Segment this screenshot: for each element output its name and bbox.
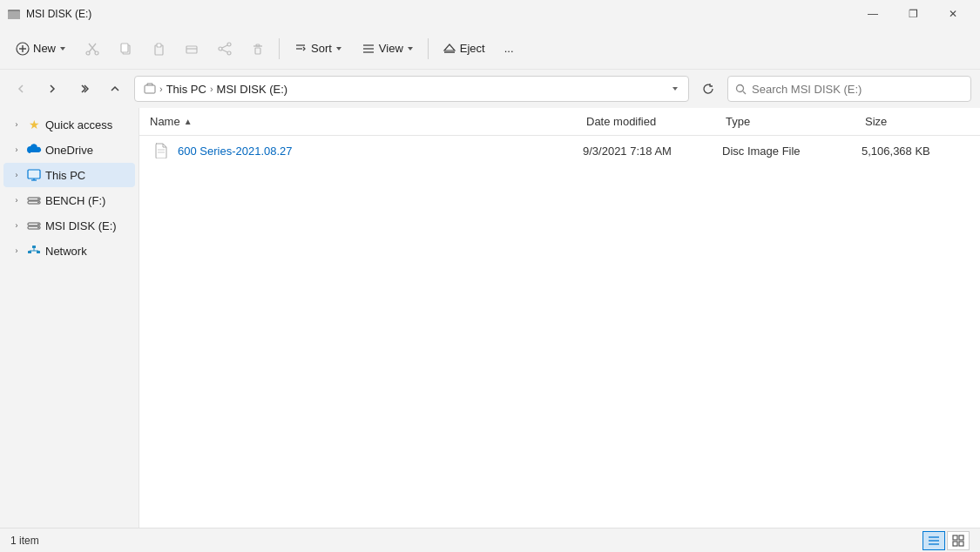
- column-date[interactable]: Date modified: [586, 115, 726, 128]
- cloud-icon: [26, 142, 42, 158]
- sidebar-item-quick-access[interactable]: › ★ Quick access: [3, 112, 135, 137]
- column-size[interactable]: Size: [865, 115, 970, 128]
- this-pc-chevron: ›: [10, 171, 23, 179]
- breadcrumb-this-pc[interactable]: This PC: [166, 83, 206, 96]
- refresh-button[interactable]: [696, 77, 720, 101]
- monitor-icon: [26, 167, 42, 183]
- list-view-icon: [928, 535, 940, 547]
- recent-locations-button[interactable]: [71, 77, 96, 101]
- onedrive-chevron: ›: [10, 145, 23, 154]
- copy-icon: [118, 42, 132, 56]
- toolbar-separator-2: [428, 38, 429, 59]
- toolbar: New: [0, 28, 980, 70]
- plus-circle-icon: [16, 42, 30, 56]
- bench-chevron: ›: [10, 196, 23, 205]
- svg-rect-33: [145, 85, 155, 93]
- drive-bench-icon: [26, 192, 42, 208]
- view-button[interactable]: View: [353, 34, 422, 64]
- eject-icon: [443, 42, 456, 56]
- up-button[interactable]: [103, 77, 127, 101]
- svg-marker-26: [336, 47, 341, 50]
- sort-button[interactable]: Sort: [285, 34, 351, 64]
- rename-button[interactable]: [176, 34, 207, 64]
- share-button[interactable]: [209, 34, 240, 64]
- breadcrumb-separator-1: ›: [159, 84, 163, 94]
- eject-button[interactable]: Eject: [434, 34, 494, 64]
- addressbar: › This PC › MSI DISK (E:): [0, 70, 980, 108]
- titlebar-controls: — ❐ ✕: [853, 0, 973, 28]
- search-input[interactable]: [752, 83, 963, 96]
- sidebar-item-onedrive[interactable]: › OneDrive: [3, 138, 135, 162]
- sidebar-item-bench[interactable]: › BENCH (F:): [3, 188, 135, 212]
- breadcrumb-bar[interactable]: › This PC › MSI DISK (E:): [134, 76, 689, 102]
- svg-point-41: [37, 199, 39, 200]
- svg-point-35: [737, 84, 744, 91]
- copy-button[interactable]: [110, 34, 141, 64]
- view-label: View: [379, 42, 403, 55]
- svg-line-20: [222, 50, 227, 52]
- svg-point-47: [37, 227, 39, 229]
- eject-label: Eject: [460, 42, 485, 55]
- view-dropdown-icon: [407, 45, 414, 52]
- rename-icon: [185, 42, 199, 56]
- recent-icon: [78, 84, 89, 94]
- file-list-header: Name ▲ Date modified Type Size: [139, 108, 980, 136]
- quick-access-chevron: ›: [10, 120, 23, 129]
- sidebar-item-msi-disk[interactable]: › MSI DISK (E:): [3, 213, 135, 238]
- breadcrumb-dropdown-icon[interactable]: [671, 84, 679, 93]
- svg-rect-14: [186, 46, 197, 53]
- svg-point-18: [219, 47, 222, 50]
- view-icon: [362, 42, 375, 56]
- cut-button[interactable]: [77, 34, 108, 64]
- svg-rect-59: [953, 535, 957, 540]
- paste-button[interactable]: [143, 34, 174, 64]
- network-icon: [26, 243, 42, 259]
- breadcrumb-current[interactable]: MSI DISK (E:): [217, 83, 288, 96]
- svg-line-36: [743, 91, 746, 94]
- sort-arrow-icon: ▲: [184, 117, 193, 126]
- column-type[interactable]: Type: [726, 115, 865, 128]
- forward-button[interactable]: [40, 77, 64, 101]
- cut-icon: [85, 42, 99, 56]
- close-button[interactable]: ✕: [933, 0, 973, 28]
- svg-rect-61: [953, 542, 957, 546]
- delete-button[interactable]: [242, 34, 274, 64]
- search-bar[interactable]: [727, 76, 971, 102]
- new-button[interactable]: New: [7, 34, 75, 64]
- delete-icon: [251, 42, 265, 56]
- svg-marker-31: [444, 44, 455, 50]
- new-dropdown-icon: [59, 45, 66, 52]
- svg-marker-5: [60, 47, 65, 50]
- forward-icon: [47, 84, 57, 94]
- more-button[interactable]: ...: [496, 34, 523, 64]
- maximize-button[interactable]: ❐: [893, 0, 933, 28]
- grid-view-button[interactable]: [947, 531, 970, 550]
- new-label: New: [33, 42, 56, 55]
- file-date: 9/3/2021 7:18 AM: [583, 145, 722, 158]
- svg-line-19: [222, 45, 227, 48]
- drive-msi-icon: [26, 218, 42, 233]
- table-row[interactable]: 600 Series-2021.08.27 9/3/2021 7:18 AM D…: [143, 137, 977, 165]
- column-name[interactable]: Name ▲: [150, 115, 586, 128]
- svg-point-43: [37, 202, 39, 204]
- minimize-button[interactable]: —: [853, 0, 893, 28]
- svg-point-8: [86, 51, 90, 55]
- back-button[interactable]: [9, 77, 33, 101]
- breadcrumb-separator-2: ›: [210, 84, 213, 94]
- bench-label: BENCH (F:): [45, 194, 105, 207]
- sort-icon: [294, 42, 308, 56]
- svg-point-9: [95, 51, 98, 55]
- refresh-icon: [702, 83, 714, 95]
- content-area: › ★ Quick access › OneDrive › This: [0, 108, 980, 528]
- list-view-button[interactable]: [923, 531, 945, 550]
- status-count: 1 item: [10, 535, 39, 547]
- file-type: Disc Image File: [722, 145, 862, 158]
- sidebar-item-network[interactable]: › Network: [3, 239, 135, 263]
- svg-rect-62: [959, 542, 963, 546]
- svg-point-45: [37, 224, 39, 226]
- search-icon: [735, 84, 747, 95]
- sidebar-item-this-pc[interactable]: › This PC: [3, 163, 135, 187]
- up-icon: [110, 84, 120, 94]
- column-name-label: Name: [150, 115, 180, 128]
- svg-rect-37: [28, 170, 40, 178]
